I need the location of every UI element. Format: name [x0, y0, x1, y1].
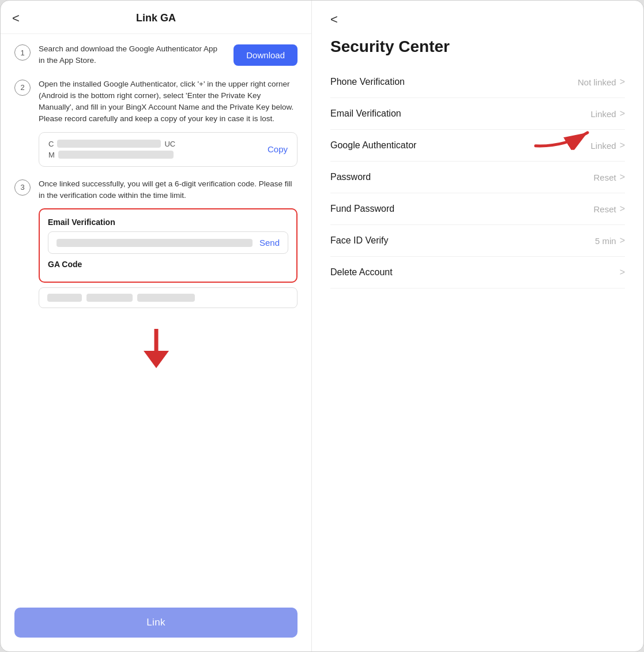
step-2-content: Open the installed Google Authenticator,…	[39, 78, 297, 167]
password-status: Reset	[593, 173, 616, 182]
delete-account-chevron-icon: >	[620, 267, 625, 278]
left-content: 1 Search and download the Google Authent…	[1, 34, 311, 608]
password-chevron-icon: >	[620, 172, 625, 182]
email-verification-status: Linked	[590, 109, 616, 119]
step-1-content: Search and download the Google Authentic…	[39, 43, 297, 67]
delete-account-label: Delete Account	[330, 267, 393, 278]
private-key-box: C UC M Copy	[39, 132, 297, 167]
security-item-delete-account[interactable]: Delete Account >	[330, 257, 625, 288]
step-1-circle: 1	[14, 44, 31, 61]
key-content: C UC M	[48, 140, 261, 159]
left-back-button[interactable]: <	[12, 12, 20, 25]
security-item-fund-password[interactable]: Fund Password Reset >	[330, 193, 625, 225]
fund-password-status: Reset	[593, 204, 616, 214]
email-input-row[interactable]: Send	[48, 231, 288, 254]
step-2-circle: 2	[14, 80, 31, 96]
right-panel-title: Security Center	[330, 33, 625, 66]
right-header: <	[330, 1, 625, 33]
copy-button[interactable]: Copy	[261, 144, 288, 154]
link-button[interactable]: Link	[14, 608, 297, 638]
ga-blur-1	[47, 294, 82, 302]
arrow-down-container	[14, 320, 297, 374]
email-verification-right: Linked >	[590, 108, 625, 119]
key-line-1: C UC	[48, 140, 261, 148]
step-2-text: Open the installed Google Authenticator,…	[39, 78, 297, 125]
key-blur-2	[58, 151, 174, 159]
phone-chevron-icon: >	[620, 77, 625, 87]
download-button[interactable]: Download	[234, 44, 297, 66]
email-verification-label: Email Verification	[48, 218, 288, 227]
ga-chevron-icon: >	[620, 140, 625, 151]
email-chevron-icon: >	[620, 108, 625, 119]
key-suffix-1: UC	[164, 140, 175, 148]
fund-password-chevron-icon: >	[620, 204, 625, 214]
left-panel: < Link GA 1 Search and download the Goog…	[1, 1, 312, 651]
ga-code-label: GA Code	[48, 260, 288, 269]
ga-input-box[interactable]	[39, 287, 297, 308]
key-blur-1	[57, 140, 161, 148]
step-3-text: Once linked successfully, you will get a…	[39, 178, 297, 202]
left-panel-title: Link GA	[136, 12, 176, 24]
delete-account-right: >	[616, 267, 625, 278]
password-right: Reset >	[593, 172, 625, 182]
face-id-chevron-icon: >	[620, 235, 625, 246]
ga-blur-3	[137, 294, 195, 302]
step-1-text: Search and download the Google Authentic…	[39, 43, 224, 67]
ga-code-section: GA Code	[48, 260, 288, 269]
key-char-2: M	[48, 151, 55, 159]
step-3-circle: 3	[14, 179, 31, 196]
step-1-row: 1 Search and download the Google Authent…	[14, 43, 297, 67]
email-verification-label: Email Verification	[330, 108, 401, 119]
password-label: Password	[330, 172, 371, 182]
arrow-right-icon	[530, 118, 593, 150]
left-header: < Link GA	[1, 1, 311, 34]
security-item-phone[interactable]: Phone Verification Not linked >	[330, 66, 625, 98]
ga-blur-2	[86, 294, 133, 302]
security-item-face-id[interactable]: Face ID Verify 5 min >	[330, 225, 625, 257]
security-list: Phone Verification Not linked > Email Ve…	[330, 66, 625, 651]
key-line-2: M	[48, 151, 261, 159]
fund-password-right: Reset >	[593, 204, 625, 214]
step-3-row: 3 Once linked successfully, you will get…	[14, 178, 297, 309]
face-id-label: Face ID Verify	[330, 235, 388, 246]
right-back-button[interactable]: <	[330, 12, 338, 27]
ga-input-blur	[47, 294, 289, 302]
security-item-password[interactable]: Password Reset >	[330, 162, 625, 193]
security-item-ga[interactable]: Google Authenticator Linked >	[330, 130, 625, 162]
arrow-right-container	[530, 118, 593, 152]
svg-marker-1	[144, 351, 169, 368]
email-input-blur	[57, 239, 253, 247]
phone-verification-status: Not linked	[578, 77, 616, 87]
key-char-1: C	[48, 140, 54, 148]
ga-right: Linked >	[590, 140, 625, 151]
face-id-status: 5 min	[595, 236, 616, 246]
step-3-content: Once linked successfully, you will get a…	[39, 178, 297, 309]
face-id-right: 5 min >	[595, 235, 625, 246]
send-button[interactable]: Send	[259, 238, 280, 248]
fund-password-label: Fund Password	[330, 204, 394, 214]
ga-label: Google Authenticator	[330, 140, 416, 151]
ga-status: Linked	[590, 141, 616, 151]
right-panel: < Security Center Phone Verification Not…	[312, 1, 643, 651]
step-2-row: 2 Open the installed Google Authenticato…	[14, 78, 297, 167]
verification-box: Email Verification Send GA Code	[39, 208, 297, 283]
phone-verification-label: Phone Verification	[330, 77, 405, 87]
phone-verification-right: Not linked >	[578, 77, 625, 87]
link-button-container: Link	[1, 608, 311, 651]
arrow-down-icon	[139, 329, 174, 369]
